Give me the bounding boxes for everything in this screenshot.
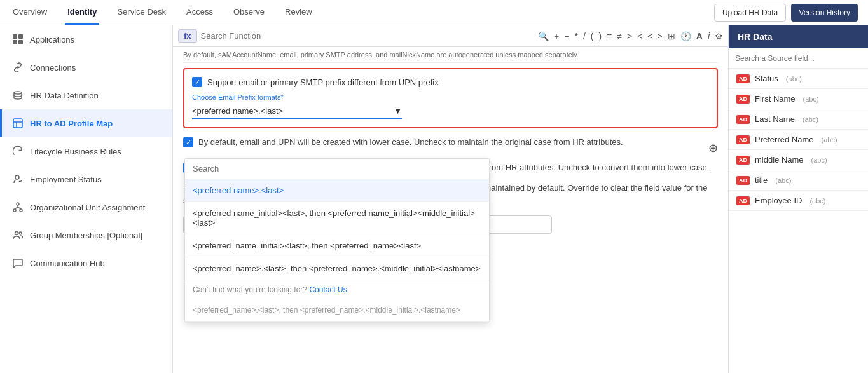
highlight-box: Support email or primary SMTP prefix dif… [183, 68, 718, 128]
sidebar-label-communication-hub: Communication Hub [30, 259, 105, 268]
right-panel-search-input[interactable] [735, 54, 862, 63]
lparen-formula-icon[interactable]: ( [591, 31, 594, 41]
slash-formula-icon[interactable]: / [583, 31, 586, 41]
refresh-icon [12, 146, 24, 157]
field-item-middle-name[interactable]: AD middle Name (abc) [729, 150, 868, 170]
minus-formula-icon[interactable]: − [564, 31, 569, 41]
field-icon-6: AD [736, 196, 750, 205]
dropdown-option-0[interactable]: <preferred name>.<last> [185, 179, 489, 202]
sidebar-item-lifecycle[interactable]: Lifecycle Business Rules [0, 137, 172, 165]
add-icon-1[interactable]: ⊕ [708, 141, 718, 155]
dropdown-faded-option[interactable]: <preferred_name>.<last>, then <preferred… [185, 299, 489, 322]
table-icon[interactable]: ⊞ [668, 31, 675, 41]
sidebar-item-employment-status[interactable]: Employment Status [0, 165, 172, 193]
checkbox-lowercase-email[interactable] [183, 137, 193, 147]
contact-us-link[interactable]: Contact Us. [309, 285, 349, 294]
sidebar-label-org-unit: Organizational Unit Assignment [30, 203, 145, 212]
sidebar-item-connections[interactable]: Connections [0, 53, 172, 81]
field-icon-1: AD [736, 95, 750, 104]
svg-point-4 [14, 92, 22, 94]
search-formula-icon[interactable]: 🔍 [538, 31, 549, 41]
top-navigation: Overview Identity Service Desk Access Ob… [0, 0, 868, 25]
field-name-0: Status [755, 74, 778, 83]
field-type-5: (abc) [775, 177, 791, 184]
checkbox-row-1: By default, email and UPN will be create… [183, 136, 718, 155]
sidebar-item-applications[interactable]: Applications [0, 25, 172, 53]
sidebar-item-communication-hub[interactable]: Communication Hub [0, 249, 172, 277]
eq-formula-icon[interactable]: = [607, 31, 612, 41]
svg-point-8 [15, 175, 19, 179]
field-type-6: (abc) [809, 197, 825, 205]
asterisk-formula-icon[interactable]: * [574, 31, 577, 41]
sidebar-label-group-memberships: Group Memberships [Optional] [30, 231, 142, 240]
field-item-title[interactable]: AD title (abc) [729, 170, 868, 191]
clock-icon[interactable]: 🕐 [680, 31, 691, 41]
field-item-last-name[interactable]: AD Last Name (abc) [729, 109, 868, 130]
svg-rect-5 [13, 119, 22, 128]
field-type-4: (abc) [811, 156, 827, 164]
neq-formula-icon[interactable]: ≠ [617, 31, 622, 41]
group-icon [12, 229, 24, 241]
dropdown-option-1[interactable]: <preferred name_initial><last>, then <pr… [185, 202, 489, 234]
gt-formula-icon[interactable]: > [627, 31, 632, 41]
sidebar-item-org-unit[interactable]: Organizational Unit Assignment [0, 193, 172, 221]
svg-rect-3 [18, 40, 23, 44]
email-prefix-select[interactable]: <preferred name>.<last> ▼ [192, 104, 402, 119]
field-name-5: title [755, 175, 768, 185]
sidebar-item-hr-data[interactable]: HR Data Definition [0, 81, 172, 109]
upload-hr-data-button[interactable]: Upload HR Data [714, 4, 786, 22]
nav-access[interactable]: Access [184, 1, 216, 25]
smtp-checkbox-row: Support email or primary SMTP prefix dif… [192, 77, 709, 87]
field-item-first-name[interactable]: AD First Name (abc) [729, 89, 868, 109]
sidebar-label-hr-to-ad: HR to AD Profile Map [30, 119, 113, 128]
svg-point-15 [15, 232, 18, 235]
nav-overview[interactable]: Overview [10, 1, 50, 25]
dropdown-search-input[interactable] [193, 164, 481, 173]
field-type-0: (abc) [786, 75, 802, 83]
sidebar: Applications Connections HR Data Definit… [0, 25, 173, 373]
lt-formula-icon[interactable]: < [637, 31, 642, 41]
field-icon-2: AD [736, 115, 750, 124]
field-name-2: Last Name [755, 114, 795, 124]
svg-point-10 [13, 209, 16, 212]
user-check-icon [12, 173, 24, 185]
gte-formula-icon[interactable]: ≥ [658, 31, 663, 41]
email-prefix-dropdown: <preferred name>.<last> <preferred name_… [184, 158, 490, 322]
lte-formula-icon[interactable]: ≤ [647, 31, 652, 41]
chevron-down-icon: ▼ [394, 106, 402, 116]
field-list: AD Status (abc) AD First Name (abc) AD L… [729, 69, 868, 211]
nav-observe[interactable]: Observe [231, 1, 267, 25]
database-icon [12, 90, 24, 101]
svg-line-14 [18, 207, 21, 209]
field-type-1: (abc) [803, 95, 819, 103]
sidebar-item-hr-to-ad[interactable]: HR to AD Profile Map [0, 109, 172, 137]
nav-identity[interactable]: Identity [65, 1, 99, 25]
info-icon[interactable]: i [708, 31, 710, 41]
content-area: By default, sAMAccountName, email, prima… [173, 47, 728, 244]
nav-service-desk[interactable]: Service Desk [114, 1, 169, 25]
field-item-preferred-name[interactable]: AD Preferred Name (abc) [729, 130, 868, 150]
sidebar-label-lifecycle: Lifecycle Business Rules [30, 147, 121, 156]
rparen-formula-icon[interactable]: ) [598, 31, 602, 41]
dropdown-option-2[interactable]: <preferred_name_initial><last>, then <pr… [185, 234, 489, 257]
field-name-3: Preferred Name [755, 135, 813, 144]
info-text: By default, sAMAccountName, email, prima… [183, 47, 718, 63]
formula-input[interactable] [201, 31, 535, 41]
field-name-4: middle Name [755, 155, 804, 165]
version-history-button[interactable]: Version History [791, 4, 858, 22]
field-type-2: (abc) [803, 116, 818, 123]
svg-rect-1 [18, 34, 23, 39]
settings-formula-icon[interactable]: ⚙ [715, 31, 723, 41]
nav-review[interactable]: Review [282, 1, 315, 25]
field-item-employee-id[interactable]: AD Employee ID (abc) [729, 191, 868, 211]
plus-formula-icon[interactable]: + [554, 31, 559, 41]
text-icon[interactable]: A [696, 31, 703, 41]
field-icon-3: AD [736, 135, 750, 144]
smtp-checkbox[interactable] [192, 77, 202, 87]
field-item-status[interactable]: AD Status (abc) [729, 69, 868, 89]
field-icon-4: AD [736, 156, 750, 165]
dropdown-option-3[interactable]: <preferred_name>.<last>, then <preferred… [185, 257, 489, 280]
sidebar-item-group-memberships[interactable]: Group Memberships [Optional] [0, 221, 172, 249]
right-panel-search-container [729, 48, 868, 69]
svg-point-16 [19, 232, 22, 234]
